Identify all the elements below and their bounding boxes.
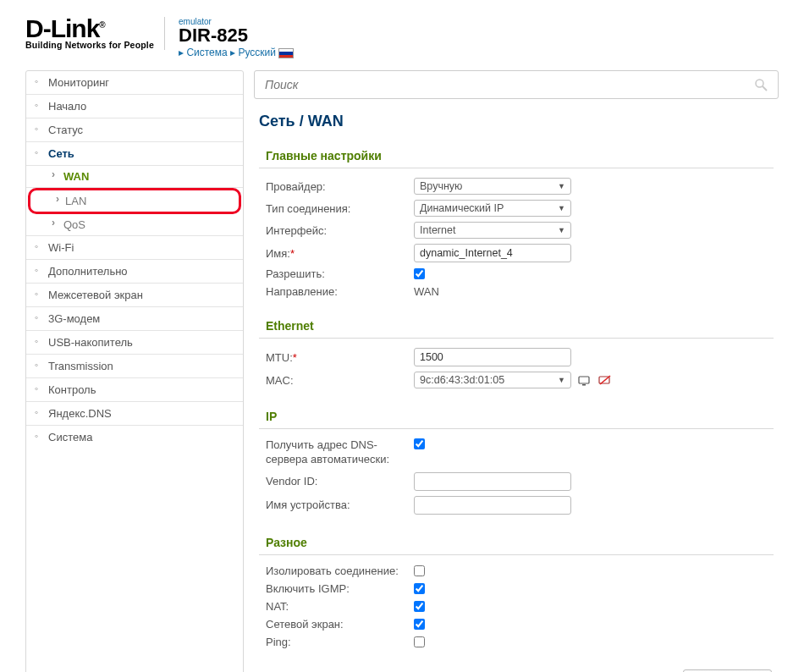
model-block: emulator DIR-825 ▸ Система ▸ Русский xyxy=(177,17,294,58)
device-name-label: Имя устройства: xyxy=(266,498,414,511)
isolate-label: Изолировать соединение: xyxy=(266,565,414,577)
russian-flag-icon xyxy=(278,48,294,58)
search-bar xyxy=(254,70,779,99)
dns-auto-checkbox[interactable] xyxy=(414,438,425,449)
sidebar-item-transmission[interactable]: Transmission xyxy=(26,355,243,378)
fw-label: Сетевой экран: xyxy=(266,618,414,631)
clone-mac-icon[interactable] xyxy=(578,374,592,386)
nat-label: NAT: xyxy=(266,600,414,613)
model-name: DIR-825 xyxy=(179,26,294,45)
vendor-id-input[interactable] xyxy=(414,472,571,491)
sidebar-subitem-lan[interactable]: LAN xyxy=(28,188,241,214)
allow-label: Разрешить: xyxy=(266,267,414,280)
nat-checkbox[interactable] xyxy=(414,601,425,612)
provider-select[interactable]: Вручную▼ xyxy=(414,178,571,195)
brand-logo: D-Link® xyxy=(25,17,154,40)
sidebar-item-usb[interactable]: USB-накопитель xyxy=(26,331,243,355)
sidebar-item-start[interactable]: Начало xyxy=(26,95,243,118)
sidebar-item-status[interactable]: Статус xyxy=(26,118,243,142)
svg-point-0 xyxy=(756,80,763,87)
section-misc: Разное xyxy=(259,532,774,555)
page-title: Сеть / WAN xyxy=(259,113,774,130)
search-input[interactable] xyxy=(265,78,754,91)
sidebar-nav: Мониторинг Начало Статус Сеть WAN LAN Qo… xyxy=(25,70,244,672)
sidebar-item-firewall[interactable]: Межсетевой экран xyxy=(26,284,243,307)
mtu-label: MTU:* xyxy=(266,351,414,364)
conn-type-select[interactable]: Динамический IP▼ xyxy=(414,200,571,217)
vendor-id-label: Vendor ID: xyxy=(266,475,414,487)
name-input[interactable] xyxy=(414,244,571,262)
sidebar-item-advanced[interactable]: Дополнительно xyxy=(26,260,243,284)
sidebar-item-wifi[interactable]: Wi-Fi xyxy=(26,236,243,260)
provider-label: Провайдер: xyxy=(266,180,414,193)
mac-label: MAC: xyxy=(266,374,414,387)
header: D-Link® Building Networks for People emu… xyxy=(25,17,779,58)
section-ip: IP xyxy=(259,406,774,429)
igmp-checkbox[interactable] xyxy=(414,583,425,594)
device-name-input[interactable] xyxy=(414,496,571,515)
conn-type-label: Тип соединения: xyxy=(266,202,414,215)
sidebar-item-system[interactable]: Система xyxy=(26,426,243,449)
sidebar-item-yandexdns[interactable]: Яндекс.DNS xyxy=(26,402,243,426)
search-icon xyxy=(754,78,768,91)
sidebar-item-monitoring[interactable]: Мониторинг xyxy=(26,71,243,95)
system-link[interactable]: Система xyxy=(186,47,227,58)
brand-tagline: Building Networks for People xyxy=(25,40,154,50)
section-ethernet: Ethernet xyxy=(259,316,774,339)
fw-checkbox[interactable] xyxy=(414,619,425,630)
name-label: Имя:* xyxy=(266,247,414,260)
section-main-settings: Главные настройки xyxy=(259,146,774,168)
allow-checkbox[interactable] xyxy=(414,268,425,279)
sidebar-item-network[interactable]: Сеть xyxy=(26,142,243,166)
iface-select[interactable]: Internet▼ xyxy=(414,222,571,239)
ping-checkbox[interactable] xyxy=(414,636,425,647)
sidebar-item-3g[interactable]: 3G-модем xyxy=(26,307,243,331)
svg-rect-3 xyxy=(582,384,586,386)
direction-label: Направление: xyxy=(266,285,414,298)
svg-line-1 xyxy=(763,86,767,91)
sidebar-subitem-wan[interactable]: WAN xyxy=(26,166,243,188)
igmp-label: Включить IGMP: xyxy=(266,582,414,595)
header-links: ▸ Система ▸ Русский xyxy=(179,47,294,58)
iface-label: Интерфейс: xyxy=(266,224,414,237)
reset-mac-icon[interactable] xyxy=(598,374,612,386)
isolate-checkbox[interactable] xyxy=(414,565,425,576)
svg-rect-2 xyxy=(579,377,589,383)
mac-select[interactable]: 9c:d6:43:3d:01:05▼ xyxy=(414,372,571,388)
direction-value: WAN xyxy=(414,285,439,298)
dns-auto-label: Получить адрес DNS-сервера автоматически… xyxy=(266,438,414,467)
ping-label: Ping: xyxy=(266,636,414,648)
sidebar-item-control[interactable]: Контроль xyxy=(26,378,243,402)
mtu-input[interactable] xyxy=(414,348,571,366)
logo-block: D-Link® Building Networks for People xyxy=(25,17,165,50)
sidebar-subitem-qos[interactable]: QoS xyxy=(26,214,243,236)
language-link[interactable]: Русский xyxy=(238,47,276,58)
